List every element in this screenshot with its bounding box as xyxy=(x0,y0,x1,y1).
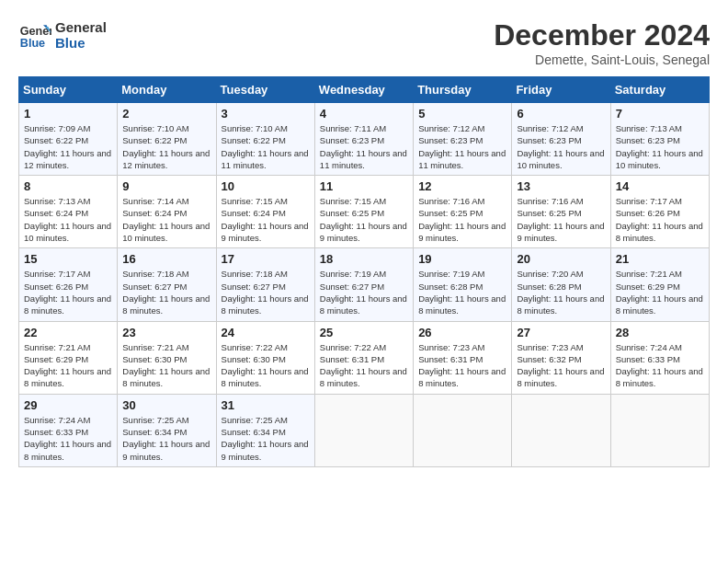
calendar-cell: 17Sunrise: 7:18 AMSunset: 6:27 PMDayligh… xyxy=(216,248,314,321)
day-info: Sunrise: 7:16 AMSunset: 6:25 PMDaylight:… xyxy=(418,195,506,244)
day-number: 29 xyxy=(24,398,112,412)
day-number: 16 xyxy=(122,252,210,266)
day-number: 24 xyxy=(222,326,310,339)
day-number: 10 xyxy=(222,179,310,193)
calendar-week-5: 29Sunrise: 7:24 AMSunset: 6:33 PMDayligh… xyxy=(19,394,710,466)
day-number: 26 xyxy=(418,326,506,339)
day-number: 18 xyxy=(320,252,408,266)
day-info: Sunrise: 7:22 AMSunset: 6:30 PMDaylight:… xyxy=(222,341,310,390)
day-number: 11 xyxy=(320,179,408,193)
day-number: 15 xyxy=(24,252,112,266)
day-number: 2 xyxy=(122,107,210,121)
day-number: 1 xyxy=(24,107,112,121)
day-number: 28 xyxy=(616,326,704,339)
page-header: General Blue General Blue December 2024 … xyxy=(18,18,710,67)
day-info: Sunrise: 7:21 AMSunset: 6:30 PMDaylight:… xyxy=(122,341,210,390)
calendar-cell: 9Sunrise: 7:14 AMSunset: 6:24 PMDaylight… xyxy=(118,176,216,248)
calendar-cell: 22Sunrise: 7:21 AMSunset: 6:29 PMDayligh… xyxy=(19,321,118,394)
weekday-header-wednesday: Wednesday xyxy=(314,77,413,103)
logo-general: General xyxy=(55,19,107,35)
day-number: 31 xyxy=(222,398,310,412)
calendar-cell: 5Sunrise: 7:12 AMSunset: 6:23 PMDaylight… xyxy=(414,103,512,176)
calendar-cell: 29Sunrise: 7:24 AMSunset: 6:33 PMDayligh… xyxy=(19,394,118,466)
day-info: Sunrise: 7:24 AMSunset: 6:33 PMDaylight:… xyxy=(24,414,112,463)
calendar-cell: 15Sunrise: 7:17 AMSunset: 6:26 PMDayligh… xyxy=(19,248,118,321)
day-info: Sunrise: 7:17 AMSunset: 6:26 PMDaylight:… xyxy=(616,195,704,244)
day-info: Sunrise: 7:15 AMSunset: 6:24 PMDaylight:… xyxy=(222,195,310,244)
day-number: 6 xyxy=(517,107,605,121)
month-title: December 2024 xyxy=(494,18,710,52)
calendar-cell: 24Sunrise: 7:22 AMSunset: 6:30 PMDayligh… xyxy=(216,321,314,394)
calendar-cell: 6Sunrise: 7:12 AMSunset: 6:23 PMDaylight… xyxy=(512,103,610,176)
calendar-cell xyxy=(512,394,610,466)
calendar-table: SundayMondayTuesdayWednesdayThursdayFrid… xyxy=(18,76,710,467)
day-number: 8 xyxy=(24,179,112,193)
calendar-cell xyxy=(314,394,413,466)
day-info: Sunrise: 7:20 AMSunset: 6:28 PMDaylight:… xyxy=(517,268,605,316)
day-info: Sunrise: 7:23 AMSunset: 6:32 PMDaylight:… xyxy=(517,341,605,390)
weekday-header-sunday: Sunday xyxy=(19,77,118,103)
calendar-cell: 16Sunrise: 7:18 AMSunset: 6:27 PMDayligh… xyxy=(118,248,216,321)
calendar-cell xyxy=(414,394,512,466)
calendar-cell: 10Sunrise: 7:15 AMSunset: 6:24 PMDayligh… xyxy=(216,176,314,248)
day-number: 17 xyxy=(222,252,310,266)
day-info: Sunrise: 7:18 AMSunset: 6:27 PMDaylight:… xyxy=(222,268,310,316)
calendar-cell: 13Sunrise: 7:16 AMSunset: 6:25 PMDayligh… xyxy=(512,176,610,248)
logo-blue: Blue xyxy=(55,35,107,51)
calendar-cell: 30Sunrise: 7:25 AMSunset: 6:34 PMDayligh… xyxy=(118,394,216,466)
calendar-week-2: 8Sunrise: 7:13 AMSunset: 6:24 PMDaylight… xyxy=(19,176,710,248)
calendar-cell: 31Sunrise: 7:25 AMSunset: 6:34 PMDayligh… xyxy=(216,394,314,466)
day-number: 25 xyxy=(320,326,408,339)
day-number: 20 xyxy=(517,252,605,266)
day-info: Sunrise: 7:19 AMSunset: 6:28 PMDaylight:… xyxy=(418,268,506,316)
day-info: Sunrise: 7:11 AMSunset: 6:23 PMDaylight:… xyxy=(320,122,408,171)
calendar-cell: 28Sunrise: 7:24 AMSunset: 6:33 PMDayligh… xyxy=(610,321,709,394)
day-number: 22 xyxy=(24,326,112,339)
calendar-cell: 1Sunrise: 7:09 AMSunset: 6:22 PMDaylight… xyxy=(19,103,118,176)
day-number: 19 xyxy=(418,252,506,266)
logo: General Blue General Blue xyxy=(18,18,107,52)
weekday-header-monday: Monday xyxy=(118,77,216,103)
day-number: 12 xyxy=(418,179,506,193)
calendar-cell: 25Sunrise: 7:22 AMSunset: 6:31 PMDayligh… xyxy=(314,321,413,394)
calendar-cell: 3Sunrise: 7:10 AMSunset: 6:22 PMDaylight… xyxy=(216,103,314,176)
calendar-cell: 26Sunrise: 7:23 AMSunset: 6:31 PMDayligh… xyxy=(414,321,512,394)
weekday-header-tuesday: Tuesday xyxy=(216,77,314,103)
weekday-header-friday: Friday xyxy=(512,77,610,103)
day-info: Sunrise: 7:22 AMSunset: 6:31 PMDaylight:… xyxy=(320,341,408,390)
day-info: Sunrise: 7:24 AMSunset: 6:33 PMDaylight:… xyxy=(616,341,704,390)
day-number: 3 xyxy=(222,107,310,121)
day-number: 5 xyxy=(418,107,506,121)
calendar-cell: 11Sunrise: 7:15 AMSunset: 6:25 PMDayligh… xyxy=(314,176,413,248)
calendar-week-3: 15Sunrise: 7:17 AMSunset: 6:26 PMDayligh… xyxy=(19,248,710,321)
day-info: Sunrise: 7:17 AMSunset: 6:26 PMDaylight:… xyxy=(24,268,112,316)
calendar-cell: 2Sunrise: 7:10 AMSunset: 6:22 PMDaylight… xyxy=(118,103,216,176)
calendar-cell: 21Sunrise: 7:21 AMSunset: 6:29 PMDayligh… xyxy=(610,248,709,321)
weekday-header-row: SundayMondayTuesdayWednesdayThursdayFrid… xyxy=(19,77,710,103)
calendar-cell: 19Sunrise: 7:19 AMSunset: 6:28 PMDayligh… xyxy=(414,248,512,321)
calendar-cell: 14Sunrise: 7:17 AMSunset: 6:26 PMDayligh… xyxy=(610,176,709,248)
day-info: Sunrise: 7:12 AMSunset: 6:23 PMDaylight:… xyxy=(418,122,506,171)
day-info: Sunrise: 7:13 AMSunset: 6:23 PMDaylight:… xyxy=(616,122,704,171)
calendar-cell: 4Sunrise: 7:11 AMSunset: 6:23 PMDaylight… xyxy=(314,103,413,176)
location-subtitle: Demette, Saint-Louis, Senegal xyxy=(494,52,710,67)
calendar-cell: 27Sunrise: 7:23 AMSunset: 6:32 PMDayligh… xyxy=(512,321,610,394)
day-info: Sunrise: 7:15 AMSunset: 6:25 PMDaylight:… xyxy=(320,195,408,244)
day-number: 23 xyxy=(122,326,210,339)
svg-text:Blue: Blue xyxy=(20,37,45,50)
calendar-cell: 12Sunrise: 7:16 AMSunset: 6:25 PMDayligh… xyxy=(414,176,512,248)
weekday-header-saturday: Saturday xyxy=(610,77,709,103)
day-info: Sunrise: 7:21 AMSunset: 6:29 PMDaylight:… xyxy=(616,268,704,316)
day-info: Sunrise: 7:12 AMSunset: 6:23 PMDaylight:… xyxy=(517,122,605,171)
day-info: Sunrise: 7:19 AMSunset: 6:27 PMDaylight:… xyxy=(320,268,408,316)
day-number: 14 xyxy=(616,179,704,193)
day-info: Sunrise: 7:10 AMSunset: 6:22 PMDaylight:… xyxy=(222,122,310,171)
weekday-header-thursday: Thursday xyxy=(414,77,512,103)
calendar-week-1: 1Sunrise: 7:09 AMSunset: 6:22 PMDaylight… xyxy=(19,103,710,176)
day-number: 4 xyxy=(320,107,408,121)
calendar-cell: 7Sunrise: 7:13 AMSunset: 6:23 PMDaylight… xyxy=(610,103,709,176)
day-info: Sunrise: 7:25 AMSunset: 6:34 PMDaylight:… xyxy=(122,414,210,463)
day-number: 27 xyxy=(517,326,605,339)
logo-icon: General Blue xyxy=(18,18,51,52)
calendar-cell: 23Sunrise: 7:21 AMSunset: 6:30 PMDayligh… xyxy=(118,321,216,394)
